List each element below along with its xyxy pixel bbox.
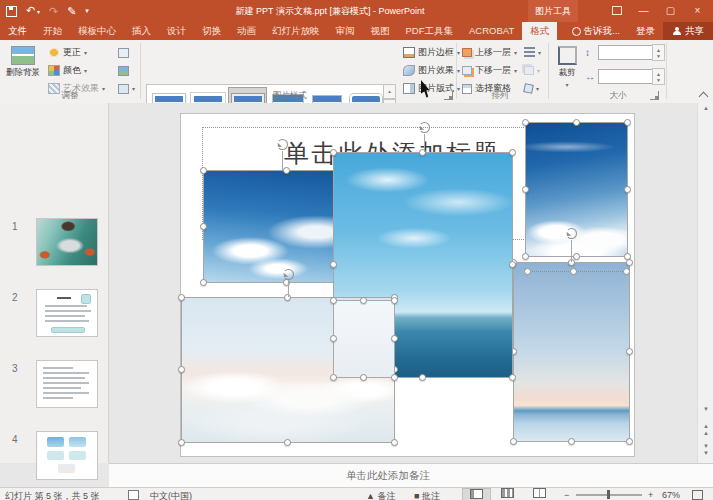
selection-handle[interactable] (570, 268, 577, 275)
redo-icon[interactable]: ↷ (49, 4, 58, 18)
maximize-icon[interactable]: ▢ (657, 0, 684, 22)
selection-handle[interactable] (626, 259, 633, 266)
previous-slide-icon[interactable]: ▲▲ (698, 423, 713, 437)
tab-design[interactable]: 设计 (159, 22, 194, 40)
slide-sorter-view-button[interactable] (494, 488, 521, 500)
selection-handle[interactable] (178, 366, 185, 373)
selection-handle[interactable] (624, 119, 631, 126)
tab-animations[interactable]: 动画 (229, 22, 264, 40)
selection-handle[interactable] (522, 119, 529, 126)
picture-effects-button[interactable]: 图片效果 ▾ (403, 64, 460, 77)
reset-picture-button[interactable]: ▾ (118, 82, 135, 95)
height-spinner[interactable]: ▲▼ (652, 44, 665, 61)
slide-thumbnail-2[interactable] (36, 289, 98, 337)
zoom-out-icon[interactable]: − (564, 490, 569, 500)
change-picture-button[interactable] (118, 64, 129, 77)
slide-thumbnail-3[interactable] (36, 360, 98, 408)
undo-icon[interactable]: ↶ ▾ (26, 3, 40, 19)
selection-handle[interactable] (330, 374, 337, 381)
selection-handle[interactable] (200, 279, 207, 286)
remove-background-button[interactable]: 删除背景 (4, 46, 42, 79)
tab-home[interactable]: 开始 (35, 22, 70, 40)
rotate-handle[interactable] (566, 228, 577, 239)
bring-forward-button[interactable]: 上移一层 ▾ (462, 46, 517, 59)
rotate-handle[interactable] (283, 269, 294, 280)
selection-handle[interactable] (623, 268, 630, 275)
color-button[interactable]: 颜色 ▾ (48, 64, 87, 77)
scroll-down-icon[interactable]: ▼ (698, 406, 713, 413)
rotate-handle[interactable] (277, 139, 288, 150)
selection-handle[interactable] (522, 253, 529, 260)
minimize-icon[interactable]: — (630, 0, 657, 22)
selection-handle[interactable] (391, 297, 398, 304)
selection-handle[interactable] (178, 294, 185, 301)
send-backward-button[interactable]: 下移一层 ▾ (462, 64, 517, 77)
shape-width-input[interactable] (598, 69, 656, 84)
zoom-slider-thumb[interactable] (607, 490, 610, 499)
normal-view-button[interactable] (462, 488, 491, 500)
photo-sky-sunset-right[interactable] (513, 262, 630, 442)
selection-handle[interactable] (510, 438, 517, 445)
photo-pale-overlay[interactable] (333, 300, 395, 378)
gallery-scroll-up-icon[interactable]: ▴ (383, 84, 396, 99)
selection-handle[interactable] (568, 438, 575, 445)
zoom-in-icon[interactable]: + (648, 490, 653, 500)
touch-mode-icon[interactable]: ✎ (67, 4, 76, 18)
selection-handle[interactable] (626, 348, 633, 355)
selection-handle[interactable] (360, 297, 367, 304)
fit-to-window-icon[interactable] (692, 490, 703, 500)
selection-handle[interactable] (509, 261, 516, 268)
selection-handle[interactable] (626, 438, 633, 445)
crop-button[interactable]: 裁剪 ▾ (554, 46, 580, 88)
selection-handle[interactable] (200, 223, 207, 230)
collapse-ribbon-icon[interactable] (699, 92, 709, 102)
close-icon[interactable]: × (684, 0, 711, 22)
tell-me-button[interactable]: 告诉我... (564, 25, 628, 38)
picture-styles-dialog-launcher-icon[interactable] (444, 91, 453, 100)
slide-thumbnail-4[interactable] (36, 431, 98, 480)
shape-height-input[interactable] (598, 45, 656, 60)
customize-qat-icon[interactable]: ▾ (85, 4, 89, 18)
selection-handle[interactable] (284, 439, 291, 446)
next-slide-icon[interactable]: ▼▼ (698, 443, 713, 457)
selection-handle[interactable] (509, 374, 516, 381)
selection-handle[interactable] (178, 439, 185, 446)
ribbon-display-options-icon[interactable] (603, 0, 630, 22)
selection-handle[interactable] (330, 261, 337, 268)
align-button[interactable]: ▾ (524, 46, 541, 59)
selection-handle[interactable] (330, 149, 337, 156)
photo-sky-cloudtops-topright[interactable] (525, 122, 628, 257)
comments-toggle-button[interactable]: ■ 批注 (414, 490, 440, 500)
tab-slideshow[interactable]: 幻灯片放映 (264, 22, 328, 40)
slide-thumbnail-1[interactable] (36, 218, 98, 266)
tab-review[interactable]: 审阅 (328, 22, 363, 40)
tab-view[interactable]: 视图 (363, 22, 398, 40)
selection-handle[interactable] (200, 167, 207, 174)
save-icon[interactable] (6, 6, 17, 17)
share-button[interactable]: 共享 (663, 22, 713, 40)
zoom-level[interactable]: 67% (662, 490, 680, 500)
selection-handle[interactable] (330, 297, 337, 304)
rotate-handle[interactable] (419, 122, 430, 133)
selection-handle[interactable] (624, 186, 631, 193)
selection-handle[interactable] (391, 439, 398, 446)
canvas-scrollbar[interactable]: ▲ ▼ ▲▲ ▼▼ (697, 103, 713, 463)
width-spinner[interactable]: ▲▼ (652, 68, 665, 85)
selection-handle[interactable] (522, 186, 529, 193)
tab-transitions[interactable]: 切换 (194, 22, 229, 40)
selection-handle[interactable] (391, 335, 398, 342)
selection-handle[interactable] (573, 119, 580, 126)
spell-check-icon[interactable] (128, 490, 139, 500)
reading-view-button[interactable] (526, 488, 553, 500)
tab-pdf-tools[interactable]: PDF工具集 (398, 22, 462, 40)
selection-handle[interactable] (360, 374, 367, 381)
tab-file[interactable]: 文件 (0, 22, 35, 40)
selection-handle[interactable] (330, 335, 337, 342)
picture-border-button[interactable]: 图片边框 ▾ (403, 46, 460, 59)
scroll-up-icon[interactable]: ▲ (698, 105, 713, 112)
tab-format-active[interactable]: 格式 (522, 22, 557, 40)
selection-handle[interactable] (391, 374, 398, 381)
selection-handle[interactable] (419, 374, 426, 381)
notes-toggle-button[interactable]: ▲ 备注 (366, 490, 395, 500)
selection-handle[interactable] (509, 149, 516, 156)
